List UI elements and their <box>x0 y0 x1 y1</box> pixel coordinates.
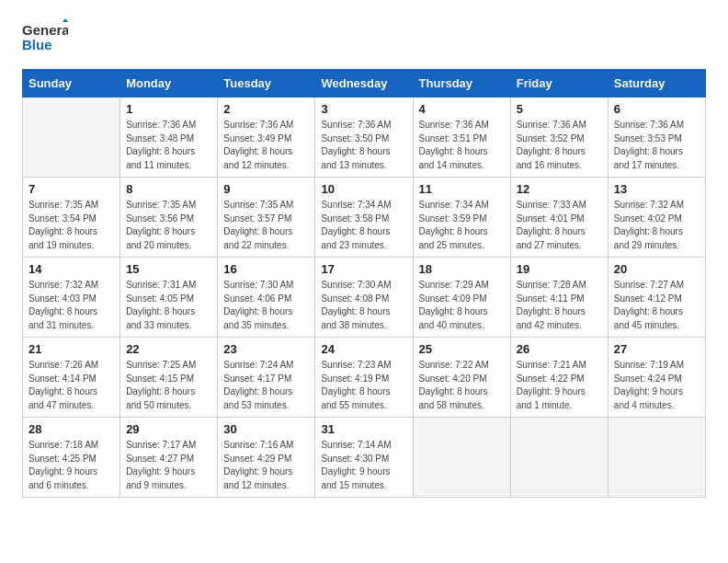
weekday-header: Monday <box>120 70 218 98</box>
calendar-cell <box>608 418 705 498</box>
calendar-cell: 5Sunrise: 7:36 AMSunset: 3:52 PMDaylight… <box>510 98 608 178</box>
weekday-header: Saturday <box>608 70 705 98</box>
day-number: 19 <box>517 262 602 276</box>
weekday-header: Tuesday <box>218 70 315 98</box>
calendar-week-row: 14Sunrise: 7:32 AMSunset: 4:03 PMDayligh… <box>23 258 706 338</box>
calendar-week-row: 1Sunrise: 7:36 AMSunset: 3:48 PMDaylight… <box>23 98 706 178</box>
day-number: 27 <box>614 342 700 356</box>
day-info: Sunrise: 7:30 AMSunset: 4:08 PMDaylight:… <box>321 279 406 332</box>
calendar-cell: 8Sunrise: 7:35 AMSunset: 3:56 PMDaylight… <box>120 178 218 258</box>
day-info: Sunrise: 7:17 AMSunset: 4:27 PMDaylight:… <box>126 439 211 492</box>
calendar-cell: 29Sunrise: 7:17 AMSunset: 4:27 PMDayligh… <box>120 418 218 498</box>
logo-svg: General Blue <box>22 18 68 60</box>
day-number: 22 <box>126 342 211 356</box>
day-number: 2 <box>223 102 309 116</box>
day-info: Sunrise: 7:24 AMSunset: 4:17 PMDaylight:… <box>223 359 309 412</box>
calendar-cell <box>510 418 608 498</box>
weekday-header: Thursday <box>413 70 510 98</box>
calendar-cell: 20Sunrise: 7:27 AMSunset: 4:12 PMDayligh… <box>608 258 705 338</box>
weekday-header: Wednesday <box>315 70 413 98</box>
day-number: 16 <box>223 262 309 276</box>
day-number: 24 <box>321 342 406 356</box>
day-info: Sunrise: 7:30 AMSunset: 4:06 PMDaylight:… <box>223 279 309 332</box>
day-number: 15 <box>126 262 211 276</box>
day-number: 1 <box>126 102 211 116</box>
calendar-cell: 17Sunrise: 7:30 AMSunset: 4:08 PMDayligh… <box>315 258 413 338</box>
day-number: 3 <box>321 102 406 116</box>
calendar-cell <box>413 418 510 498</box>
day-info: Sunrise: 7:21 AMSunset: 4:22 PMDaylight:… <box>517 359 602 412</box>
day-number: 5 <box>517 102 602 116</box>
calendar-cell: 16Sunrise: 7:30 AMSunset: 4:06 PMDayligh… <box>218 258 315 338</box>
calendar-cell: 4Sunrise: 7:36 AMSunset: 3:51 PMDaylight… <box>413 98 510 178</box>
day-number: 23 <box>223 342 309 356</box>
day-info: Sunrise: 7:29 AMSunset: 4:09 PMDaylight:… <box>419 279 505 332</box>
calendar-cell: 18Sunrise: 7:29 AMSunset: 4:09 PMDayligh… <box>413 258 510 338</box>
calendar-cell: 11Sunrise: 7:34 AMSunset: 3:59 PMDayligh… <box>413 178 510 258</box>
calendar-week-row: 7Sunrise: 7:35 AMSunset: 3:54 PMDaylight… <box>23 178 706 258</box>
calendar-cell: 14Sunrise: 7:32 AMSunset: 4:03 PMDayligh… <box>23 258 120 338</box>
day-number: 26 <box>517 342 602 356</box>
calendar-cell: 6Sunrise: 7:36 AMSunset: 3:53 PMDaylight… <box>608 98 705 178</box>
day-info: Sunrise: 7:36 AMSunset: 3:50 PMDaylight:… <box>321 119 406 172</box>
day-info: Sunrise: 7:25 AMSunset: 4:15 PMDaylight:… <box>126 359 211 412</box>
calendar-cell: 10Sunrise: 7:34 AMSunset: 3:58 PMDayligh… <box>315 178 413 258</box>
weekday-header: Sunday <box>23 70 120 98</box>
day-info: Sunrise: 7:36 AMSunset: 3:53 PMDaylight:… <box>614 119 700 172</box>
calendar-cell: 19Sunrise: 7:28 AMSunset: 4:11 PMDayligh… <box>510 258 608 338</box>
day-number: 6 <box>614 102 700 116</box>
calendar-week-row: 21Sunrise: 7:26 AMSunset: 4:14 PMDayligh… <box>23 338 706 418</box>
calendar-cell: 7Sunrise: 7:35 AMSunset: 3:54 PMDaylight… <box>23 178 120 258</box>
weekday-header-row: SundayMondayTuesdayWednesdayThursdayFrid… <box>23 70 706 98</box>
calendar-cell: 21Sunrise: 7:26 AMSunset: 4:14 PMDayligh… <box>23 338 120 418</box>
calendar-cell: 28Sunrise: 7:18 AMSunset: 4:25 PMDayligh… <box>23 418 120 498</box>
day-number: 13 <box>614 182 700 196</box>
calendar-header: General Blue <box>22 18 706 60</box>
day-number: 8 <box>126 182 211 196</box>
day-info: Sunrise: 7:32 AMSunset: 4:03 PMDaylight:… <box>28 279 114 332</box>
calendar-cell: 13Sunrise: 7:32 AMSunset: 4:02 PMDayligh… <box>608 178 705 258</box>
day-info: Sunrise: 7:36 AMSunset: 3:49 PMDaylight:… <box>223 119 309 172</box>
calendar-cell <box>23 98 120 178</box>
day-info: Sunrise: 7:35 AMSunset: 3:56 PMDaylight:… <box>126 199 211 252</box>
day-number: 29 <box>126 422 211 436</box>
calendar-cell: 26Sunrise: 7:21 AMSunset: 4:22 PMDayligh… <box>510 338 608 418</box>
day-info: Sunrise: 7:35 AMSunset: 3:54 PMDaylight:… <box>28 199 114 252</box>
day-info: Sunrise: 7:36 AMSunset: 3:52 PMDaylight:… <box>517 119 602 172</box>
day-info: Sunrise: 7:32 AMSunset: 4:02 PMDaylight:… <box>614 199 700 252</box>
day-info: Sunrise: 7:18 AMSunset: 4:25 PMDaylight:… <box>28 439 114 492</box>
day-number: 7 <box>28 182 114 196</box>
day-info: Sunrise: 7:28 AMSunset: 4:11 PMDaylight:… <box>517 279 602 332</box>
day-number: 28 <box>28 422 114 436</box>
day-number: 4 <box>419 102 505 116</box>
day-info: Sunrise: 7:19 AMSunset: 4:24 PMDaylight:… <box>614 359 700 412</box>
svg-text:General: General <box>22 22 68 38</box>
day-number: 14 <box>28 262 114 276</box>
day-info: Sunrise: 7:27 AMSunset: 4:12 PMDaylight:… <box>614 279 700 332</box>
calendar-cell: 23Sunrise: 7:24 AMSunset: 4:17 PMDayligh… <box>218 338 315 418</box>
calendar-cell: 25Sunrise: 7:22 AMSunset: 4:20 PMDayligh… <box>413 338 510 418</box>
day-info: Sunrise: 7:36 AMSunset: 3:48 PMDaylight:… <box>126 119 211 172</box>
svg-marker-2 <box>63 18 68 22</box>
calendar-table: SundayMondayTuesdayWednesdayThursdayFrid… <box>22 69 706 498</box>
day-info: Sunrise: 7:36 AMSunset: 3:51 PMDaylight:… <box>419 119 505 172</box>
calendar-cell: 30Sunrise: 7:16 AMSunset: 4:29 PMDayligh… <box>218 418 315 498</box>
weekday-header: Friday <box>510 70 608 98</box>
day-info: Sunrise: 7:23 AMSunset: 4:19 PMDaylight:… <box>321 359 406 412</box>
logo: General Blue <box>22 18 68 60</box>
day-number: 31 <box>321 422 406 436</box>
calendar-cell: 15Sunrise: 7:31 AMSunset: 4:05 PMDayligh… <box>120 258 218 338</box>
calendar-cell: 1Sunrise: 7:36 AMSunset: 3:48 PMDaylight… <box>120 98 218 178</box>
day-info: Sunrise: 7:33 AMSunset: 4:01 PMDaylight:… <box>517 199 602 252</box>
day-info: Sunrise: 7:26 AMSunset: 4:14 PMDaylight:… <box>28 359 114 412</box>
svg-text:Blue: Blue <box>22 37 52 52</box>
day-info: Sunrise: 7:34 AMSunset: 3:58 PMDaylight:… <box>321 199 406 252</box>
day-info: Sunrise: 7:14 AMSunset: 4:30 PMDaylight:… <box>321 439 406 492</box>
day-info: Sunrise: 7:35 AMSunset: 3:57 PMDaylight:… <box>223 199 309 252</box>
day-number: 17 <box>321 262 406 276</box>
day-info: Sunrise: 7:34 AMSunset: 3:59 PMDaylight:… <box>419 199 505 252</box>
day-number: 21 <box>28 342 114 356</box>
calendar-week-row: 28Sunrise: 7:18 AMSunset: 4:25 PMDayligh… <box>23 418 706 498</box>
day-number: 25 <box>419 342 505 356</box>
calendar-cell: 3Sunrise: 7:36 AMSunset: 3:50 PMDaylight… <box>315 98 413 178</box>
